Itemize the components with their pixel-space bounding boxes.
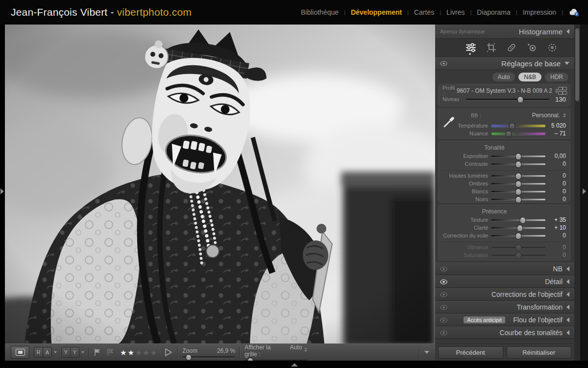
zoom-value[interactable]: 26,9 %: [217, 347, 235, 354]
texture-slider[interactable]: [491, 217, 545, 223]
panel-scrollbar[interactable]: [574, 25, 580, 361]
wb-value[interactable]: Personnal.: [532, 112, 560, 119]
collapse-arrow-icon[interactable]: [566, 317, 569, 322]
level-slider[interactable]: [466, 96, 549, 103]
masking-icon[interactable]: [547, 43, 557, 53]
histogram-panel-header[interactable]: Aperçu dynamique Histogramme: [435, 25, 574, 39]
shadows-slider-thumb[interactable]: [515, 181, 522, 187]
left-panel-reveal-arrow[interactable]: [0, 188, 4, 194]
contrast-value[interactable]: 0: [545, 160, 566, 167]
collapse-arrow-icon[interactable]: [566, 29, 569, 34]
temperature-slider-thumb[interactable]: [509, 123, 515, 130]
panel-header-lens-blur[interactable]: Accès anticipé Flou de l'objectif: [435, 314, 574, 326]
module-developpement[interactable]: Développement: [351, 8, 402, 16]
loupe-view-button[interactable]: [11, 346, 29, 359]
flag-reject-icon[interactable]: [106, 348, 115, 356]
eye-icon[interactable]: [440, 305, 447, 310]
shadows-slider[interactable]: [491, 181, 545, 187]
clarity-slider-thumb[interactable]: [517, 225, 523, 232]
toolbar-options-chevron-icon[interactable]: [424, 351, 429, 354]
blacks-slider-thumb[interactable]: [515, 196, 522, 203]
redeye-icon[interactable]: [527, 43, 537, 53]
saturation-value[interactable]: 0: [545, 252, 566, 259]
dehaze-slider-thumb[interactable]: [515, 233, 522, 239]
before-after-dropdown-caret[interactable]: [54, 351, 57, 353]
highlights-value[interactable]: 0: [545, 172, 566, 179]
module-diaporama[interactable]: Diaporama: [477, 8, 510, 16]
texture-slider-thumb[interactable]: [519, 217, 526, 224]
whites-slider[interactable]: [491, 188, 545, 195]
edit-icon[interactable]: [466, 43, 476, 53]
mode-hdr-button[interactable]: HDR: [545, 73, 568, 81]
eye-icon[interactable]: [440, 292, 447, 297]
level-slider-thumb[interactable]: [517, 96, 523, 103]
exposure-slider-thumb[interactable]: [515, 153, 522, 160]
saturation-slider[interactable]: [491, 252, 545, 259]
tint-slider-thumb[interactable]: [506, 131, 512, 137]
collapse-arrow-icon[interactable]: [566, 292, 569, 297]
view-before-button[interactable]: Y: [61, 347, 71, 358]
yy-dropdown-caret[interactable]: [81, 351, 84, 353]
highlights-slider-thumb[interactable]: [515, 173, 522, 180]
clarity-value[interactable]: + 10: [545, 224, 566, 231]
stars-empty[interactable]: ★★★: [135, 348, 158, 357]
zoom-slider[interactable]: [182, 356, 235, 358]
grid-mode-value[interactable]: Auto: [290, 344, 302, 351]
view-active-button[interactable]: A: [43, 347, 52, 358]
star-rating[interactable]: ★★★★★: [120, 349, 158, 356]
panel-header-detail[interactable]: Détail: [435, 275, 574, 288]
play-slideshow-icon[interactable]: [163, 347, 173, 357]
mode-nb-button[interactable]: N&B: [518, 73, 541, 81]
view-reference-button[interactable]: R: [34, 347, 43, 358]
collapse-arrow-icon[interactable]: [566, 330, 569, 335]
previous-button[interactable]: Précédent: [438, 346, 503, 359]
highlights-slider[interactable]: [491, 173, 545, 179]
filmstrip-reveal-arrow[interactable]: [291, 363, 298, 367]
grid-dropdown-caret[interactable]: [304, 348, 307, 352]
module-bibliotheque[interactable]: Bibliothèque: [301, 8, 339, 16]
whites-slider-thumb[interactable]: [515, 188, 522, 195]
panel-header-transform[interactable]: Transformation: [435, 301, 574, 314]
panel-scrollbar-thumb[interactable]: [575, 28, 579, 101]
reset-button[interactable]: Réinitialiser: [507, 346, 572, 359]
exposure-value[interactable]: 0,00: [545, 153, 566, 159]
stars-filled[interactable]: ★★: [120, 348, 135, 357]
main-photo-canvas[interactable]: [5, 25, 435, 343]
expand-arrow-icon[interactable]: [564, 62, 569, 65]
crop-icon[interactable]: [487, 43, 496, 53]
level-value[interactable]: 130: [549, 96, 566, 103]
module-livres[interactable]: Livres: [446, 8, 465, 16]
collapse-arrow-icon[interactable]: [566, 279, 569, 284]
tint-value[interactable]: – 71: [545, 130, 566, 137]
blacks-value[interactable]: 0: [545, 196, 566, 203]
saturation-slider-thumb[interactable]: [515, 252, 522, 259]
collapse-arrow-icon[interactable]: [566, 305, 569, 310]
panel-header-lens-corrections[interactable]: Corrections de l'objectif: [435, 288, 574, 301]
collapse-arrow-icon[interactable]: [566, 266, 569, 271]
panel-header-tone-curve[interactable]: Courbe des tonalités: [435, 326, 574, 339]
vibrance-slider-thumb[interactable]: [515, 244, 522, 251]
eye-icon[interactable]: [440, 317, 447, 323]
eye-icon[interactable]: [440, 266, 447, 272]
wb-dropdown-caret[interactable]: [563, 113, 566, 117]
contrast-slider-thumb[interactable]: [515, 161, 522, 168]
zoom-slider-thumb[interactable]: [186, 354, 192, 361]
cloud-sync-icon[interactable]: [568, 8, 580, 17]
temperature-value[interactable]: 5 020: [545, 122, 566, 129]
shadows-value[interactable]: 0: [545, 180, 566, 187]
exposure-slider[interactable]: [491, 153, 545, 159]
blacks-slider[interactable]: [491, 196, 545, 203]
temperature-slider[interactable]: [491, 123, 545, 129]
texture-value[interactable]: + 35: [545, 216, 566, 223]
module-impression[interactable]: Impression: [523, 8, 556, 16]
right-panel-reveal-arrow[interactable]: [583, 188, 586, 194]
vibrance-value[interactable]: 0: [545, 244, 566, 251]
eye-icon[interactable]: [440, 61, 447, 66]
clarity-slider[interactable]: [491, 225, 545, 231]
contrast-slider[interactable]: [491, 161, 545, 167]
basic-panel-header[interactable]: Réglages de base: [435, 57, 574, 70]
wb-eyedropper-icon[interactable]: [442, 113, 456, 131]
healing-icon[interactable]: [507, 43, 516, 53]
mode-auto-button[interactable]: Auto: [492, 73, 515, 81]
module-cartes[interactable]: Cartes: [414, 8, 434, 16]
